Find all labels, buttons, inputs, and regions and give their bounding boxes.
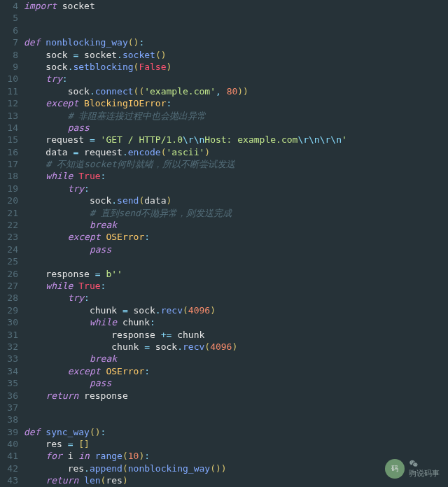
line-number: 6 (0, 24, 18, 36)
line-number: 32 (0, 341, 18, 353)
line-number: 35 (0, 377, 18, 389)
code-line: while True: (24, 170, 448, 182)
line-number: 23 (0, 231, 18, 243)
line-number: 10 (0, 73, 18, 85)
line-number: 13 (0, 110, 18, 122)
code-line: pass (24, 244, 448, 255)
code-line: res = [] (24, 438, 448, 450)
line-number: 39 (0, 426, 18, 438)
code-line: break (24, 353, 448, 365)
wechat-icon (409, 459, 419, 469)
code-line: sock.setblocking(False) (24, 61, 448, 73)
code-line: sock.connect(('example.com', 80)) (24, 85, 448, 97)
line-number-gutter: 4567891011121314151617181920212223242526… (0, 0, 24, 487)
line-number: 29 (0, 304, 18, 316)
code-line: pass (24, 122, 448, 134)
code-line (24, 414, 448, 425)
line-number: 43 (0, 474, 18, 486)
line-number: 14 (0, 122, 18, 134)
code-line: # 直到send不抛异常，则发送完成 (24, 207, 448, 219)
line-number: 36 (0, 390, 18, 402)
code-line: except BlockingIOError: (24, 97, 448, 109)
code-line: pass (24, 377, 448, 389)
line-number: 16 (0, 146, 18, 158)
code-line: except OSError: (24, 365, 448, 377)
line-number: 20 (0, 195, 18, 206)
line-number: 17 (0, 158, 18, 170)
line-number: 18 (0, 170, 18, 182)
line-number: 8 (0, 49, 18, 61)
code-line: response += chunk (24, 329, 448, 341)
watermark-name: 驹说码事 (409, 469, 440, 478)
code-line: while True: (24, 280, 448, 292)
code-line (24, 255, 448, 267)
code-line: break (24, 219, 448, 231)
line-number: 30 (0, 316, 18, 328)
code-line (24, 12, 448, 24)
code-line: request = 'GET / HTTP/1.0\r\nHost: examp… (24, 134, 448, 146)
code-line: import socket (24, 0, 448, 12)
code-line: # 非阻塞连接过程中也会抛出异常 (24, 110, 448, 122)
line-number: 22 (0, 219, 18, 231)
line-number: 28 (0, 292, 18, 304)
code-editor: 4567891011121314151617181920212223242526… (0, 0, 448, 487)
line-number: 24 (0, 244, 18, 255)
line-number: 25 (0, 255, 18, 267)
code-line: sock.send(data) (24, 195, 448, 206)
code-line: return response (24, 390, 448, 402)
code-line: chunk = sock.recv(4096) (24, 304, 448, 316)
line-number: 19 (0, 183, 18, 195)
code-line: # 不知道socket何时就绪，所以不断尝试发送 (24, 158, 448, 170)
line-number: 15 (0, 134, 18, 146)
line-number: 7 (0, 36, 18, 48)
code-line: try: (24, 292, 448, 304)
code-line: sock = socket.socket() (24, 49, 448, 61)
line-number: 34 (0, 365, 18, 377)
line-number: 21 (0, 207, 18, 219)
line-number: 5 (0, 12, 18, 24)
code-line (24, 402, 448, 414)
line-number: 33 (0, 353, 18, 365)
code-line (24, 24, 448, 36)
line-number: 26 (0, 268, 18, 280)
code-line: def nonblocking_way(): (24, 36, 448, 48)
line-number: 31 (0, 329, 18, 341)
code-content: import socket def nonblocking_way(): soc… (24, 0, 448, 487)
code-line: response = b'' (24, 268, 448, 280)
line-number: 40 (0, 438, 18, 450)
code-line: try: (24, 183, 448, 195)
line-number: 41 (0, 450, 18, 462)
watermark: 码 驹说码事 (385, 459, 440, 479)
line-number: 37 (0, 402, 18, 414)
line-number: 27 (0, 280, 18, 292)
line-number: 38 (0, 414, 18, 425)
line-number: 11 (0, 85, 18, 97)
code-line: except OSError: (24, 231, 448, 243)
avatar: 码 (385, 459, 405, 479)
code-line: def sync_way(): (24, 426, 448, 438)
line-number: 12 (0, 97, 18, 109)
line-number: 42 (0, 463, 18, 474)
line-number: 9 (0, 61, 18, 73)
code-line: chunk = sock.recv(4096) (24, 341, 448, 353)
code-line: data = request.encode('ascii') (24, 146, 448, 158)
code-line: try: (24, 73, 448, 85)
line-number: 4 (0, 0, 18, 12)
code-line: while chunk: (24, 316, 448, 328)
